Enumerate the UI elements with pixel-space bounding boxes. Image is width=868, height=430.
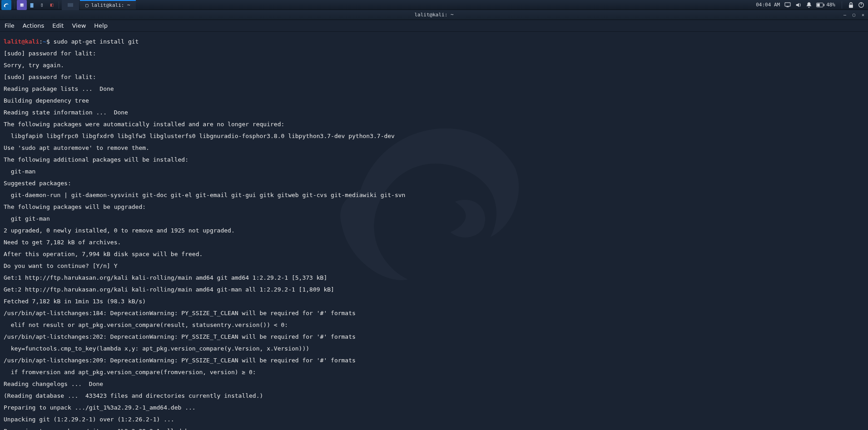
terminal-menubar: File Actions Edit View Help <box>0 20 868 32</box>
terminal-line: lalit@kali:~$ sudo apt-get install git <box>4 39 864 44</box>
terminal-line: libgfapi0 libgfrpc0 libgfxdr0 libglfw3 l… <box>4 133 864 139</box>
terminal-line: Need to get 7,182 kB of archives. <box>4 239 864 245</box>
terminal-line: [sudo] password for lalit: <box>4 50 864 56</box>
terminal-line: git git-man <box>4 216 864 222</box>
terminal-line: Reading package lists ... Done <box>4 86 864 92</box>
terminal-line: git-man <box>4 168 864 174</box>
window-title: lalit@kali: ~ <box>414 12 453 18</box>
terminal-line: Get:1 http://ftp.harukasan.org/kali kali… <box>4 275 864 281</box>
terminal-line: Get:2 http://ftp.harukasan.org/kali kali… <box>4 287 864 292</box>
panel-right: 04:04 AM 48% <box>756 1 868 9</box>
kali-menu-icon[interactable] <box>1 0 11 10</box>
terminal-line: Do you want to continue? [Y/n] Y <box>4 263 864 269</box>
terminal-line: The following additional packages will b… <box>4 157 864 163</box>
clock[interactable]: 04:04 AM <box>756 2 780 8</box>
taskbar-item-terminal[interactable]: ▢ lalit@kali: ~ <box>80 0 136 10</box>
launcher-desktop-icon[interactable]: ▦ <box>17 0 27 10</box>
window-titlebar[interactable]: lalit@kali: ~ — ▢ ✕ <box>0 10 868 20</box>
lock-icon[interactable] <box>848 2 853 8</box>
svg-rect-0 <box>785 2 790 6</box>
taskbar-item-label: lalit@kali: ~ <box>91 2 130 8</box>
separator <box>15 1 15 9</box>
terminal-icon: ▢ <box>85 2 89 8</box>
terminal-line: if fromversion and apt_pkg.version_compa… <box>4 369 864 375</box>
svg-rect-4 <box>823 4 824 6</box>
svg-rect-3 <box>817 3 820 6</box>
launcher-app-icon[interactable]: ◧ <box>47 0 57 10</box>
close-button[interactable]: ✕ <box>860 12 866 18</box>
terminal-line: key=functools.cmp_to_key(lambda x,y: apt… <box>4 346 864 351</box>
notifications-icon[interactable] <box>806 2 812 8</box>
terminal-line: The following packages were automaticall… <box>4 121 864 127</box>
battery-percent: 48% <box>826 2 835 8</box>
launcher-terminal-icon[interactable]: ▯ <box>37 0 47 10</box>
launcher-files-icon[interactable]: ▆ <box>27 0 37 10</box>
terminal-line: Building dependency tree <box>4 98 864 104</box>
terminal-line: Use 'sudo apt autoremove' to remove them… <box>4 145 864 151</box>
menu-view[interactable]: View <box>72 22 86 29</box>
separator <box>59 1 59 9</box>
svg-rect-5 <box>849 5 853 8</box>
terminal-line: (Reading database ... 433423 files and d… <box>4 393 864 399</box>
maximize-button[interactable]: ▢ <box>851 12 857 18</box>
terminal-line: /usr/bin/apt-listchanges:202: Deprecatio… <box>4 334 864 340</box>
window-controls: — ▢ ✕ <box>842 10 866 20</box>
terminal-line: Preparing to unpack .../git_1%3a2.29.2-1… <box>4 405 864 410</box>
terminal-line: [sudo] password for lalit: <box>4 74 864 80</box>
separator <box>842 1 842 9</box>
terminal-line: Reading state information ... Done <box>4 109 864 115</box>
terminal-line: Preparing to unpack .../git-man_1%3a2.29… <box>4 428 864 430</box>
terminal-line: elif not result or apt_pkg.version_compa… <box>4 322 864 328</box>
minimize-button[interactable]: — <box>842 12 848 18</box>
menu-help[interactable]: Help <box>94 22 108 29</box>
terminal-line: After this operation, 7,994 kB disk spac… <box>4 251 864 257</box>
terminal-line: 2 upgraded, 0 newly installed, 0 to remo… <box>4 227 864 233</box>
battery-indicator[interactable]: 48% <box>816 2 835 8</box>
terminal-line: /usr/bin/apt-listchanges:209: Deprecatio… <box>4 357 864 363</box>
terminal-line: Fetched 7,182 kB in 1min 13s (98.3 kB/s) <box>4 298 864 304</box>
terminal-line: /usr/bin/apt-listchanges:184: Deprecatio… <box>4 310 864 316</box>
terminal-line: Sorry, try again. <box>4 62 864 68</box>
panel-left: ▦ ▆ ▯ ◧ ▢ lalit@kali: ~ <box>0 0 136 10</box>
terminal-line: git-daemon-run | git-daemon-sysvinit git… <box>4 192 864 198</box>
terminal-area[interactable]: lalit@kali:~$ sudo apt-get install git [… <box>0 32 868 430</box>
power-icon[interactable] <box>858 2 864 8</box>
volume-icon[interactable] <box>795 2 802 8</box>
terminal-line: Unpacking git (1:2.29.2-1) over (1:2.26.… <box>4 416 864 422</box>
top-panel: ▦ ▆ ▯ ◧ ▢ lalit@kali: ~ 04:04 AM 48% <box>0 0 868 10</box>
terminal-line: The following packages will be upgraded: <box>4 204 864 210</box>
menu-file[interactable]: File <box>5 22 15 29</box>
menu-edit[interactable]: Edit <box>52 22 64 29</box>
svg-rect-1 <box>787 6 789 7</box>
menu-actions[interactable]: Actions <box>23 22 45 29</box>
terminal-line: Reading changelogs ... Done <box>4 381 864 387</box>
display-icon[interactable] <box>784 2 791 8</box>
terminal-line: Suggested packages: <box>4 180 864 186</box>
workspace-1[interactable] <box>62 0 79 10</box>
